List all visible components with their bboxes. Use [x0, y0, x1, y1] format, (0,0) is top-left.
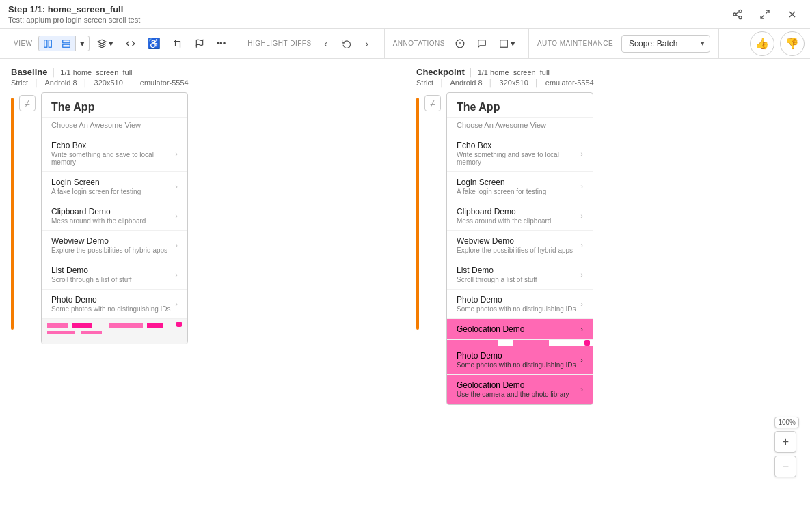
alert-annotation-button[interactable] [450, 36, 470, 51]
view-toggle: ▾ [38, 36, 90, 51]
baseline-panel: Baseline │ 1/1 home_screen_full Strict │… [0, 59, 405, 531]
crop-button[interactable] [168, 36, 187, 51]
checkpoint-menu-item-3[interactable]: Webview Demo Explore the possibilities o… [447, 231, 593, 260]
checkpoint-panel: Checkpoint │ 1/1 home_screen_full Strict… [405, 59, 810, 531]
baseline-menu-item-0[interactable]: Echo Box Write something and save to loc… [42, 135, 187, 172]
cp-item-0-title: Echo Box [457, 141, 580, 150]
view-label: VIEW [14, 40, 33, 47]
comment-annotation-button[interactable] [472, 36, 491, 51]
cp-pink-geo-title: Geolocation Demo [457, 380, 569, 390]
cp-pink-photo-chevron: › [580, 356, 583, 364]
cp-item-3-title: Webview Demo [457, 236, 573, 246]
svg-line-5 [766, 10, 769, 14]
accessibility-button[interactable]: ♿ [143, 35, 165, 53]
annotations-section: ANNOTATIONS ▾ [385, 29, 529, 58]
baseline-header: Baseline │ 1/1 home_screen_full Strict │… [11, 67, 394, 87]
zoom-controls: 100% + − [774, 417, 799, 477]
zoom-in-button[interactable]: + [774, 431, 796, 453]
cp-item-4-title: List Demo [457, 266, 537, 275]
thumbs-up-button[interactable]: 👍 [750, 31, 774, 56]
baseline-menu-item-1[interactable]: Login Screen A fake login screen for tes… [42, 172, 187, 201]
scope-select[interactable]: Scope: Batch Scope: Test Scope: Step [621, 35, 710, 53]
cp-pink-photo-sub: Some photos with no distinguishing IDs [457, 361, 576, 369]
highlight-nav: ‹ › [317, 35, 376, 53]
baseline-screen-container: ≠ The App Choose An Awesome View Echo Bo… [11, 92, 394, 344]
checkpoint-geolocation-item[interactable]: Geolocation Demo › [447, 319, 593, 340]
checkpoint-menu-item-4[interactable]: List Demo Scroll through a list of stuff… [447, 260, 593, 290]
region-annotation-button[interactable]: ▾ [494, 36, 520, 51]
checkpoint-not-equal-badge: ≠ [424, 95, 441, 111]
baseline-menu-item-5[interactable]: Photo Demo Some photos with no distingui… [42, 290, 187, 319]
code-button[interactable] [121, 36, 140, 51]
toolbar: VIEW ▾ ▾ ♿ ••• HIGHLIGHT DIFFS [0, 29, 810, 59]
checkpoint-choose-text: Choose An Awesome View [447, 118, 593, 135]
svg-rect-12 [62, 44, 70, 47]
share-button[interactable] [728, 5, 747, 24]
checkpoint-meta: Strict │ Android 8 │ 320x510 │ emulator-… [416, 79, 799, 87]
test-name: Test: appium pro login screen scroll tes… [8, 16, 140, 24]
baseline-diff-indicator [11, 98, 14, 330]
svg-point-2 [739, 16, 742, 18]
checkpoint-device: Android 8 [450, 79, 482, 87]
baseline-meta: Strict │ Android 8 │ 320x510 │ emulator-… [11, 79, 394, 87]
comparison-area: Baseline │ 1/1 home_screen_full Strict │… [0, 59, 810, 531]
svg-line-3 [736, 15, 740, 17]
baseline-menu-item-2[interactable]: Clipboard Demo Mess around with the clip… [42, 201, 187, 231]
thumbs-down-button[interactable]: 👎 [780, 31, 805, 56]
baseline-not-equal-badge: ≠ [19, 95, 36, 111]
cp-geolocation-title: Geolocation Demo [457, 324, 524, 334]
baseline-item-0-title: Echo Box [51, 141, 175, 150]
baseline-item-5-sub: Some photos with no distinguishing IDs [51, 305, 171, 313]
more-button[interactable]: ••• [212, 36, 231, 51]
cp-pink-geo-sub: Use the camera and the photo library [457, 391, 569, 398]
cp-geolocation-chevron: › [580, 325, 583, 333]
checkpoint-menu-item-1[interactable]: Login Screen A fake login screen for tes… [447, 172, 593, 201]
zoom-out-button[interactable]: − [774, 456, 796, 477]
close-button[interactable] [783, 5, 802, 24]
baseline-menu-item-3[interactable]: Webview Demo Explore the possibilities o… [42, 231, 187, 260]
zoom-level: 100% [774, 417, 799, 428]
checkpoint-menu-item-2[interactable]: Clipboard Demo Mess around with the clip… [447, 201, 593, 231]
cp-item-2-chevron: › [580, 212, 583, 220]
svg-point-0 [739, 10, 742, 12]
view-side-by-side-button[interactable] [39, 36, 57, 51]
checkpoint-pink-photo-item[interactable]: Photo Demo Some photos with no distingui… [447, 346, 593, 375]
checkpoint-menu-item-0[interactable]: Echo Box Write something and save to loc… [447, 135, 593, 172]
step-title: Step 1/1: home_screen_full [8, 4, 140, 14]
baseline-app-title: The App [42, 93, 187, 118]
view-stacked-button[interactable] [57, 36, 76, 51]
refresh-diff-button[interactable] [338, 35, 355, 53]
cp-item-1-chevron: › [580, 182, 583, 191]
svg-point-1 [733, 13, 736, 16]
svg-marker-13 [98, 40, 106, 44]
view-dropdown-button[interactable]: ▾ [76, 36, 89, 51]
next-diff-button[interactable]: › [358, 35, 376, 53]
cp-pink-photo-title: Photo Demo [457, 351, 576, 361]
baseline-choose-text: Choose An Awesome View [42, 118, 187, 135]
baseline-item-0-sub: Write something and save to local memory [51, 151, 175, 166]
expand-button[interactable] [755, 5, 774, 24]
layers-button[interactable]: ▾ [92, 36, 118, 51]
svg-rect-10 [49, 40, 51, 47]
top-bar-actions [728, 5, 802, 24]
flag-button[interactable] [190, 36, 209, 51]
checkpoint-header: Checkpoint │ 1/1 home_screen_full Strict… [416, 67, 799, 87]
baseline-item-1-sub: A fake login screen for testing [51, 188, 141, 195]
baseline-emulator: emulator-5554 [140, 79, 189, 87]
cp-item-4-sub: Scroll through a list of stuff [457, 276, 537, 283]
checkpoint-menu-item-5[interactable]: Photo Demo Some photos with no distingui… [447, 290, 593, 319]
baseline-item-2-title: Clipboard Demo [51, 207, 146, 216]
checkpoint-app-title: The App [447, 93, 593, 118]
baseline-item-1-title: Login Screen [51, 178, 141, 187]
checkpoint-pink-geo-item[interactable]: Geolocation Demo Use the camera and the … [447, 375, 593, 404]
baseline-screen-mockup: The App Choose An Awesome View Echo Box … [41, 92, 188, 344]
scope-select-wrapper: Scope: Batch Scope: Test Scope: Step [621, 35, 710, 53]
baseline-item-3-chevron: › [175, 241, 178, 249]
baseline-title: Baseline [11, 67, 47, 77]
baseline-menu-list: Echo Box Write something and save to loc… [42, 135, 187, 319]
cp-item-3-sub: Explore the possibilities of hybrid apps [457, 247, 573, 254]
cp-item-4-chevron: › [580, 270, 583, 279]
baseline-menu-item-4[interactable]: List Demo Scroll through a list of stuff… [42, 260, 187, 290]
checkpoint-screen-container: ≠ The App Choose An Awesome View Echo Bo… [416, 92, 799, 405]
prev-diff-button[interactable]: ‹ [317, 35, 335, 53]
